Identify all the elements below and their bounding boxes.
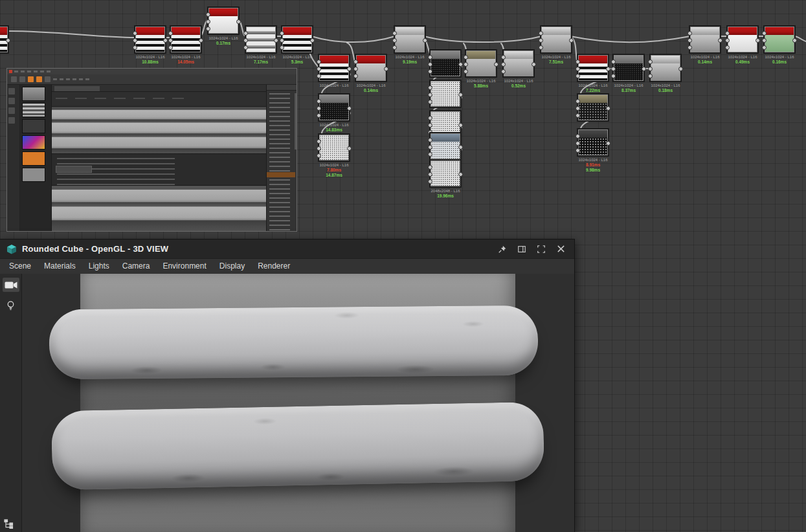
node-input-connector[interactable] xyxy=(168,38,173,43)
close-icon[interactable] xyxy=(554,243,568,256)
graph-node[interactable]: 1024x1024 - L160.14ms xyxy=(690,27,720,65)
node-input-connector[interactable] xyxy=(464,62,468,67)
node-input-connector[interactable] xyxy=(280,45,284,50)
node-input-connector[interactable] xyxy=(648,60,653,64)
node-input-connector[interactable] xyxy=(501,55,506,60)
node-input-connector[interactable] xyxy=(428,62,432,67)
node-input-connector[interactable] xyxy=(243,45,248,50)
node-input-connector[interactable] xyxy=(576,60,580,64)
node-output-connector[interactable] xyxy=(384,67,388,71)
node-output-connector[interactable] xyxy=(792,38,797,43)
node-input-connector[interactable] xyxy=(428,172,432,177)
node-input-connector[interactable] xyxy=(392,31,397,36)
node-input-connector[interactable] xyxy=(648,74,653,78)
graph-node[interactable]: 1024x1024 - L169.19ms xyxy=(395,27,425,65)
node-input-connector[interactable] xyxy=(501,69,506,74)
graph-node[interactable]: 1024x1024 - L167.51ms xyxy=(541,27,571,65)
node-input-connector[interactable] xyxy=(317,139,321,144)
node-output-connector[interactable] xyxy=(458,123,463,127)
graph-node[interactable]: 1024x1024 - L16 xyxy=(319,55,349,88)
node-output-connector[interactable] xyxy=(606,106,610,111)
node-input-connector[interactable] xyxy=(392,38,397,43)
graph-node[interactable]: 1024x1024 - L160.16ms xyxy=(765,27,794,65)
node-input-connector[interactable] xyxy=(539,45,543,50)
node-input-connector[interactable] xyxy=(317,113,321,118)
node-input-connector[interactable] xyxy=(762,38,767,43)
node-input-connector[interactable] xyxy=(133,45,137,50)
camera-button[interactable] xyxy=(3,278,19,292)
node-input-connector[interactable] xyxy=(428,123,432,127)
pin-icon[interactable] xyxy=(495,243,509,256)
menu-environment[interactable]: Environment xyxy=(156,259,212,274)
node-input-connector[interactable] xyxy=(392,45,397,50)
node-input-connector[interactable] xyxy=(317,153,321,158)
graph-node[interactable]: 1024x1024 - L160.18ms xyxy=(651,55,680,93)
graph-node[interactable]: 1024x1024 - L168.91ms9.98ms xyxy=(578,129,608,173)
node-input-connector[interactable] xyxy=(688,31,692,36)
node-input-connector[interactable] xyxy=(317,74,321,78)
node-input-connector[interactable] xyxy=(725,38,730,43)
node-output-connector[interactable] xyxy=(718,38,722,43)
node-input-connector[interactable] xyxy=(428,152,432,157)
node-input-connector[interactable] xyxy=(576,141,580,146)
node-input-connector[interactable] xyxy=(428,55,432,60)
node-input-connector[interactable] xyxy=(317,106,321,111)
node-input-connector[interactable] xyxy=(428,93,432,97)
node-input-connector[interactable] xyxy=(317,146,321,151)
node-input-connector[interactable] xyxy=(428,116,432,120)
node-output-connector[interactable] xyxy=(606,67,610,71)
node-input-connector[interactable] xyxy=(576,74,580,78)
graph-node[interactable]: 1024x1024 - L165.88ms xyxy=(466,50,496,89)
graph-node[interactable]: 1024x1024 - L160.17ms xyxy=(208,8,238,46)
light-button[interactable] xyxy=(3,298,19,313)
node-output-connector[interactable] xyxy=(163,38,168,43)
node-input-connector[interactable] xyxy=(317,99,321,104)
node-input-connector[interactable] xyxy=(353,74,358,78)
node-input-connector[interactable] xyxy=(317,67,321,71)
node-input-connector[interactable] xyxy=(206,12,210,17)
node-output-connector[interactable] xyxy=(274,38,278,43)
node-input-connector[interactable] xyxy=(206,27,210,31)
graph-node[interactable]: 1024x1024 - L160.14ms xyxy=(356,55,386,93)
node-input-connector[interactable] xyxy=(353,67,358,71)
node-input-connector[interactable] xyxy=(539,38,543,43)
node-input-connector[interactable] xyxy=(243,31,248,36)
node-output-connector[interactable] xyxy=(458,93,463,97)
node-input-connector[interactable] xyxy=(428,145,432,150)
node-input-connector[interactable] xyxy=(353,60,358,64)
node-input-connector[interactable] xyxy=(243,38,248,43)
node-output-connector[interactable] xyxy=(347,106,352,111)
menu-renderer[interactable]: Renderer xyxy=(251,259,297,274)
node-output-connector[interactable] xyxy=(494,62,498,67)
node-input-connector[interactable] xyxy=(611,67,616,71)
node-output-connector[interactable] xyxy=(458,62,463,67)
node-input-connector[interactable] xyxy=(539,31,543,36)
node-output-connector[interactable] xyxy=(642,67,646,71)
node-input-connector[interactable] xyxy=(428,85,432,90)
maximize-icon[interactable] xyxy=(534,243,548,256)
node-output-connector[interactable] xyxy=(532,62,536,67)
graph-node[interactable]: 2048x2048 - L1619.96ms xyxy=(431,161,460,199)
node-output-connector[interactable] xyxy=(347,67,352,71)
node-output-connector[interactable] xyxy=(310,38,315,43)
node-input-connector[interactable] xyxy=(428,138,432,142)
node-input-connector[interactable] xyxy=(464,55,468,60)
graph-node[interactable]: 1024x1024 - L168.37ms xyxy=(614,55,644,93)
node-input-connector[interactable] xyxy=(428,100,432,104)
node-output-connector[interactable] xyxy=(423,38,427,43)
menu-materials[interactable]: Materials xyxy=(38,259,82,274)
node-input-connector[interactable] xyxy=(648,67,653,71)
menu-camera[interactable]: Camera xyxy=(116,259,157,274)
node-output-connector[interactable] xyxy=(678,67,683,71)
node-input-connector[interactable] xyxy=(576,148,580,153)
menu-display[interactable]: Display xyxy=(213,259,251,274)
node-input-connector[interactable] xyxy=(428,165,432,170)
graph-node[interactable]: 1024x1024 - L167.17ms xyxy=(246,27,276,65)
graph-node[interactable] xyxy=(578,94,608,120)
graph-node[interactable]: 1024x1024 - L160.52ms xyxy=(504,50,533,89)
node-output-connector[interactable] xyxy=(347,146,352,151)
node-input-connector[interactable] xyxy=(688,45,692,50)
node-input-connector[interactable] xyxy=(576,106,580,111)
node-input-connector[interactable] xyxy=(762,31,767,36)
node-input-connector[interactable] xyxy=(611,74,616,78)
